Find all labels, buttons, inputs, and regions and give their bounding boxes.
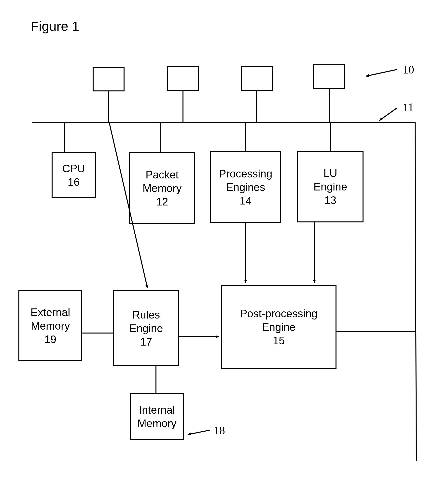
rules-engine-line1: Rules: [132, 308, 160, 321]
interface-box-3: [241, 66, 273, 91]
post-processing-block: Post-processing Engine 15: [221, 285, 336, 369]
cpu-number: 16: [68, 175, 80, 189]
ref-11: 11: [403, 101, 414, 114]
lu-engine-line2: Engine: [313, 180, 347, 193]
cpu-label: CPU: [62, 162, 85, 175]
packet-memory-block: Packet Memory 12: [129, 152, 195, 224]
figure-title: Figure 1: [31, 18, 79, 34]
right-vertical: [415, 122, 416, 461]
packet-memory-line2: Memory: [143, 181, 182, 195]
lu-engine-line1: LU: [323, 166, 337, 180]
diagram-canvas: Figure 1 10 11 18 CPU 16 Packet Memory 1…: [0, 0, 448, 480]
packet-memory-line1: Packet: [146, 168, 179, 181]
interface-box-2: [167, 66, 199, 91]
interface-box-4: [313, 64, 345, 89]
lu-engine-number: 13: [324, 193, 336, 207]
lu-engine-block: LU Engine 13: [297, 151, 364, 222]
processing-engines-line2: Engines: [226, 180, 265, 194]
external-memory-number: 19: [44, 333, 56, 346]
internal-memory-line1: Internal: [139, 403, 175, 417]
bus-line: [32, 122, 415, 123]
rules-engine-block: Rules Engine 17: [113, 290, 179, 366]
external-memory-line2: Memory: [31, 319, 70, 333]
pointer-11: [379, 108, 397, 120]
rules-engine-number: 17: [140, 335, 152, 349]
post-processing-number: 15: [273, 334, 285, 347]
rules-engine-line2: Engine: [129, 321, 163, 335]
interface-box-1: [93, 67, 125, 91]
ref-18: 18: [214, 424, 225, 437]
pointer-18: [188, 430, 210, 435]
processing-engines-block: Processing Engines 14: [210, 151, 281, 223]
connections-overlay: [0, 0, 448, 480]
packet-memory-number: 12: [156, 195, 168, 208]
processing-engines-number: 14: [240, 194, 252, 207]
internal-memory-block: Internal Memory: [130, 393, 184, 440]
ref-10: 10: [403, 63, 414, 76]
post-processing-line2: Engine: [262, 320, 295, 334]
processing-engines-line1: Processing: [219, 167, 272, 180]
external-memory-block: External Memory 19: [18, 290, 82, 361]
pointer-10: [366, 70, 397, 76]
cpu-block: CPU 16: [52, 152, 96, 198]
external-memory-line1: External: [30, 305, 70, 319]
post-processing-line1: Post-processing: [240, 307, 317, 320]
internal-memory-line2: Memory: [138, 417, 177, 430]
